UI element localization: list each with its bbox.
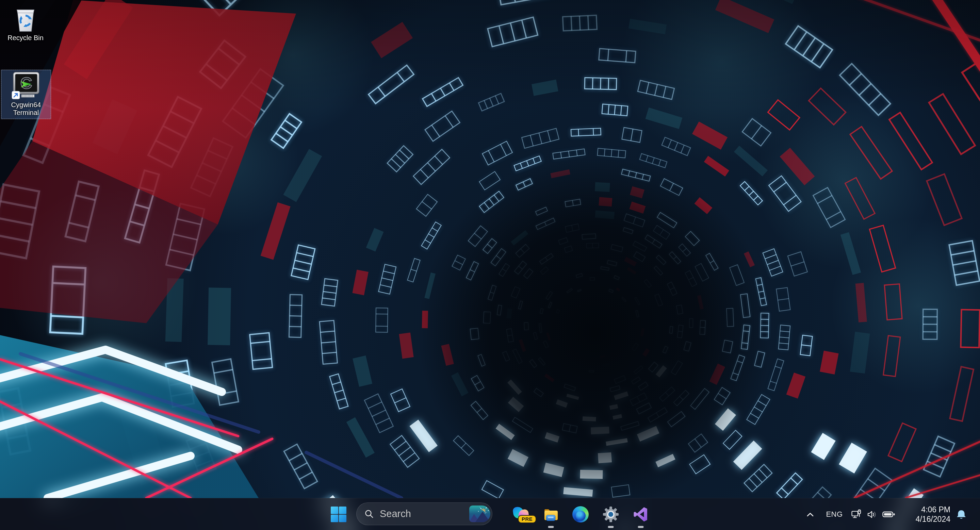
tray-volume-button[interactable] (864, 498, 880, 530)
copilot-preview-badge: PRE (518, 515, 536, 523)
running-indicator (638, 526, 644, 528)
taskbar-app-microsoft-edge[interactable] (570, 498, 592, 530)
desktop-wallpaper (0, 0, 980, 530)
copilot-icon: PRE (512, 506, 530, 522)
visual-studio-icon (633, 506, 649, 522)
edge-icon (572, 506, 589, 522)
taskbar-app-settings[interactable] (600, 498, 622, 530)
clock-time: 4:06 PM (921, 505, 950, 514)
taskbar-app-copilot[interactable]: PRE (511, 498, 532, 530)
windows-desktop: { "desktop": { "icons": [ { "label": "Re… (0, 0, 980, 530)
search-highlights-thumbnail[interactable] (469, 506, 490, 522)
language-label: ENG (826, 510, 843, 519)
taskbar: PRE (0, 498, 980, 530)
running-indicator (608, 526, 614, 528)
file-explorer-icon (543, 506, 559, 522)
recycle-bin-icon (13, 4, 38, 33)
running-indicator (548, 526, 554, 528)
display-connection-icon (851, 509, 862, 520)
tray-hidden-icons-button[interactable] (802, 498, 818, 530)
desktop-icon-label: Terminal (13, 109, 39, 117)
tray-notification-button[interactable] (953, 498, 969, 530)
search-input[interactable] (380, 508, 469, 519)
start-button[interactable] (328, 498, 350, 530)
tray-language-indicator[interactable]: ENG (821, 498, 848, 530)
search-box[interactable] (356, 503, 492, 525)
volume-icon (867, 510, 877, 519)
tray-battery-button[interactable] (880, 498, 898, 530)
desktop-icon-cygwin64-terminal[interactable]: C Cygwin64 Terminal (1, 70, 51, 119)
battery-icon (882, 510, 895, 519)
cygwin64-terminal-icon: C (11, 71, 41, 100)
tray-display-button[interactable] (849, 498, 864, 530)
chevron-up-icon (807, 512, 814, 517)
windows-start-icon (331, 506, 347, 522)
search-icon (364, 509, 374, 519)
taskbar-app-visual-studio[interactable] (630, 498, 652, 530)
desktop-icon-label: Cygwin64 (11, 101, 41, 109)
notification-bell-icon (956, 509, 966, 520)
taskbar-app-file-explorer[interactable] (540, 498, 562, 530)
desktop-icon-label: Recycle Bin (8, 34, 43, 42)
clock-date: 4/16/2024 (916, 514, 950, 524)
shortcut-arrow-overlay (12, 91, 20, 99)
tray-clock[interactable]: 4:06 PM 4/16/2024 (901, 498, 951, 530)
settings-gear-icon (603, 506, 619, 522)
desktop-icon-recycle-bin[interactable]: Recycle Bin (0, 2, 51, 44)
